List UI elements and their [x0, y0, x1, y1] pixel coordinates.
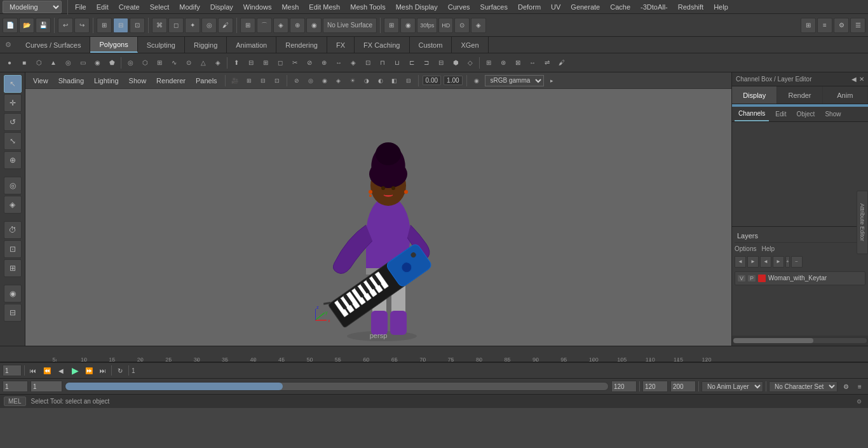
wedge-icon-btn[interactable]: ⬢	[449, 56, 463, 70]
snap-to-point-btn[interactable]: ◈	[273, 18, 288, 33]
layer-row[interactable]: V P Woman_with_Keytar	[735, 271, 865, 285]
ch-tab-object[interactable]: Object	[793, 107, 819, 121]
layer-visible-left-icon[interactable]: ◄	[735, 256, 746, 268]
sphere-icon-btn[interactable]: ●	[3, 56, 17, 70]
vp-menu-view[interactable]: View	[29, 76, 52, 86]
step-back-btn[interactable]: ⏪	[41, 365, 53, 376]
move-tool-btn[interactable]: ✛	[4, 94, 22, 112]
tab-polygons[interactable]: Polygons	[90, 37, 137, 53]
ch-tab-show[interactable]: Show	[821, 107, 844, 121]
new-file-btn[interactable]: 📄	[3, 18, 18, 33]
playback-start-input[interactable]	[642, 381, 668, 392]
planar-icon-btn[interactable]: ⊟	[434, 56, 448, 70]
play-back-btn[interactable]: ◀	[55, 365, 67, 376]
snap-side-btn[interactable]: ◈	[4, 196, 22, 214]
gamma-arrow-icon[interactable]: ▸	[546, 75, 558, 86]
attr-editor-side-tab[interactable]: Attribute Editor	[857, 191, 868, 254]
vp-menu-lighting[interactable]: Lighting	[90, 76, 123, 86]
vp-light-icon[interactable]: ☀	[347, 75, 358, 86]
menu-curves[interactable]: Curves	[443, 2, 475, 12]
plane-icon-btn[interactable]: ▭	[76, 56, 90, 70]
menu-redshift[interactable]: Redshift	[673, 2, 709, 12]
menu-select[interactable]: Select	[145, 2, 175, 12]
right-panel-close-icon[interactable]: ✕	[859, 76, 864, 83]
torus-icon-btn[interactable]: ◎	[61, 56, 75, 70]
unfold-icon-btn[interactable]: ⊞	[482, 56, 496, 70]
menu-3dtoall[interactable]: -3DtoAll-	[635, 2, 673, 12]
undo-btn[interactable]: ↩	[58, 18, 73, 33]
prism-icon-btn[interactable]: △	[196, 56, 210, 70]
select-tool-btn[interactable]: ↖	[4, 75, 22, 93]
modeling-dropdown[interactable]: Modeling	[3, 1, 62, 13]
marquee-select-btn[interactable]: ◻	[168, 18, 184, 33]
tab-fx[interactable]: FX	[327, 37, 355, 53]
vp-menu-shading[interactable]: Shading	[55, 76, 88, 86]
vp-panels-icon[interactable]: ⊡	[271, 75, 283, 86]
vp-menu-panels[interactable]: Panels	[192, 76, 221, 86]
gamma-icon[interactable]: ◉	[471, 75, 482, 86]
extrude-icon-btn[interactable]: ⬆	[229, 56, 243, 70]
menu-create[interactable]: Create	[114, 2, 145, 12]
select-by-component-btn[interactable]: ⊟	[113, 18, 128, 33]
vp-textured-icon[interactable]: ◈	[333, 75, 344, 86]
xray-btn[interactable]: ◉	[4, 285, 22, 302]
paint-select-btn[interactable]: ⊡	[130, 18, 145, 33]
xfer-icon-btn[interactable]: ⇌	[540, 56, 554, 70]
right-tab-render[interactable]: Render	[777, 86, 822, 104]
helix-icon-btn[interactable]: ∿	[167, 56, 181, 70]
vp-menu-renderer[interactable]: Renderer	[153, 76, 189, 86]
menu-edit[interactable]: Edit	[92, 2, 114, 12]
scale-tool-btn[interactable]: ⤡	[4, 132, 22, 150]
language-label[interactable]: MEL	[4, 397, 26, 406]
frame-range-input[interactable]	[31, 381, 62, 392]
menu-modify[interactable]: Modify	[174, 2, 205, 12]
vp-smooth-icon[interactable]: ◎	[305, 75, 316, 86]
vp-flat-icon[interactable]: ◉	[319, 75, 330, 86]
gamma-select[interactable]: sRGB gamma	[485, 75, 544, 86]
timeline-area[interactable]: 5101520253035404550556065707580859095100…	[0, 346, 868, 362]
modeling-dropdown-wrapper[interactable]: Modeling	[3, 1, 65, 13]
layer-template-left-icon[interactable]: ◄	[760, 256, 771, 268]
shader-btn[interactable]: ◈	[471, 18, 486, 33]
layer-color-swatch[interactable]	[758, 275, 766, 282]
menu-deform[interactable]: Deform	[513, 2, 546, 12]
pipe-icon-btn[interactable]: ⊙	[182, 56, 196, 70]
snap-to-grid-btn[interactable]: ⊞	[240, 18, 255, 33]
redo-btn[interactable]: ↪	[74, 18, 90, 33]
right-tab-display[interactable]: Display	[732, 86, 777, 104]
layer-playback-btn[interactable]: P	[748, 275, 756, 282]
remesh-icon-btn[interactable]: ⊡	[361, 56, 375, 70]
render-btn[interactable]: ⊙	[454, 18, 470, 33]
no-live-surface-btn[interactable]: No Live Surface	[323, 18, 377, 33]
char-set-settings-icon[interactable]: ⚙	[840, 381, 851, 392]
separate-icon-btn[interactable]: ⊏	[405, 56, 419, 70]
layer-visible-right-icon[interactable]: ►	[747, 256, 759, 268]
menu-uv[interactable]: UV	[546, 2, 566, 12]
vp-ao-icon[interactable]: ◐	[375, 75, 386, 86]
disk-icon-btn[interactable]: ◉	[90, 56, 104, 70]
open-file-btn[interactable]: 📂	[19, 18, 34, 33]
go-to-end-btn[interactable]: ⏭	[97, 365, 109, 376]
pyramid-icon-btn[interactable]: ◈	[211, 56, 225, 70]
append-icon-btn[interactable]: ⊞	[259, 56, 273, 70]
fps-btn[interactable]: 30fps	[417, 18, 437, 33]
menu-mesh-display[interactable]: Mesh Display	[391, 2, 443, 12]
res-btn[interactable]: HD	[438, 18, 453, 33]
multicut-icon-btn[interactable]: ⊘	[302, 56, 316, 70]
channel-box-btn[interactable]: ⊞	[801, 18, 816, 33]
vp-stereo-icon[interactable]: ⊟	[257, 75, 269, 86]
tool-settings-btn[interactable]: ⚙	[834, 18, 849, 33]
char-set-options-icon[interactable]: ≡	[854, 381, 865, 392]
go-to-start-btn[interactable]: ⏮	[27, 365, 39, 376]
viewport[interactable]: View Shading Lighting Show Renderer Pane…	[25, 72, 731, 346]
cube-icon-btn[interactable]: ■	[17, 56, 31, 70]
attr-editor-btn[interactable]: ≡	[817, 18, 832, 33]
vp-wire-icon[interactable]: ⊘	[291, 75, 302, 86]
timeline-range-slider[interactable]	[65, 382, 609, 391]
render-region-btn[interactable]: ⊡	[4, 240, 22, 258]
cube2-icon-btn[interactable]: ⬡	[138, 56, 152, 70]
select-by-hierarchy-btn[interactable]: ⊞	[97, 18, 112, 33]
mirror-icon-btn[interactable]: ↔	[332, 56, 346, 70]
vp-shadow-icon[interactable]: ◑	[361, 75, 372, 86]
current-frame-input[interactable]	[3, 365, 22, 376]
